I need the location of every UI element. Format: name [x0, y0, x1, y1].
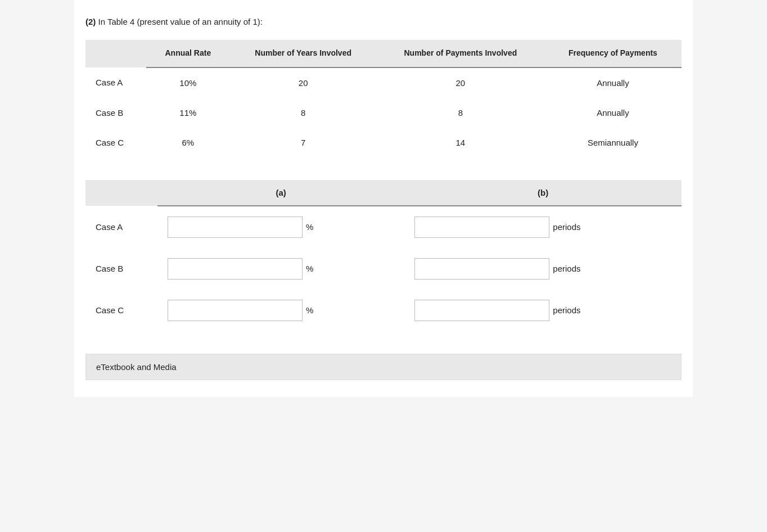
input-b-field-0[interactable] [414, 217, 549, 238]
input-cell-b: periods [404, 206, 682, 248]
input-col-header-case [85, 180, 157, 206]
info-payments-involved: 8 [377, 98, 544, 128]
input-cell-b: periods [404, 248, 682, 290]
input-b-field-2[interactable] [414, 300, 549, 321]
info-table: Annual Rate Number of Years Involved Num… [85, 40, 682, 157]
footer-bar: eTextbook and Media [85, 354, 682, 380]
input-a-field-0[interactable] [168, 217, 303, 238]
input-a-unit: % [306, 264, 313, 273]
input-b-field-1[interactable] [414, 258, 549, 279]
input-case-label: Case B [85, 248, 157, 290]
col-header-annual-rate: Annual Rate [146, 40, 229, 67]
input-table-row: Case A % periods [85, 206, 682, 248]
info-annual-rate: 11% [146, 98, 229, 128]
input-col-header-a: (a) [157, 180, 404, 206]
input-table: (a) (b) Case A % periods Case B [85, 180, 682, 331]
col-header-years-involved: Number of Years Involved [229, 40, 376, 67]
input-cell-a: % [157, 206, 404, 248]
info-years-involved: 8 [229, 98, 376, 128]
input-b-unit: periods [553, 264, 580, 273]
input-cell-a: % [157, 290, 404, 331]
info-frequency: Annually [544, 67, 682, 98]
input-case-label: Case C [85, 290, 157, 331]
info-payments-involved: 20 [377, 67, 544, 98]
info-annual-rate: 6% [146, 128, 229, 157]
input-a-unit: % [306, 222, 313, 232]
info-years-involved: 7 [229, 128, 376, 157]
input-case-label: Case A [85, 206, 157, 248]
input-a-field-2[interactable] [168, 300, 303, 321]
info-frequency: Annually [544, 98, 682, 128]
footer-text: eTextbook and Media [96, 362, 177, 372]
info-case-label: Case C [85, 128, 146, 157]
intro-text: (2) In Table 4 (present value of an annu… [85, 17, 682, 26]
input-b-unit: periods [553, 305, 580, 315]
info-frequency: Semiannually [544, 128, 682, 157]
info-case-label: Case B [85, 98, 146, 128]
intro-label: (2) [85, 17, 96, 26]
input-a-unit: % [306, 305, 313, 315]
info-table-row: Case B 11% 8 8 Annually [85, 98, 682, 128]
info-payments-involved: 14 [377, 128, 544, 157]
info-case-label: Case A [85, 67, 146, 98]
input-cell-a: % [157, 248, 404, 290]
input-b-unit: periods [553, 222, 580, 232]
col-header-case [85, 40, 146, 67]
input-col-header-b: (b) [404, 180, 682, 206]
input-table-row: Case B % periods [85, 248, 682, 290]
input-table-row: Case C % periods [85, 290, 682, 331]
col-header-frequency: Frequency of Payments [544, 40, 682, 67]
info-table-row: Case C 6% 7 14 Semiannually [85, 128, 682, 157]
info-years-involved: 20 [229, 67, 376, 98]
input-a-field-1[interactable] [168, 258, 303, 279]
col-header-payments-involved: Number of Payments Involved [377, 40, 544, 67]
info-annual-rate: 10% [146, 67, 229, 98]
input-cell-b: periods [404, 290, 682, 331]
info-table-row: Case A 10% 20 20 Annually [85, 67, 682, 98]
